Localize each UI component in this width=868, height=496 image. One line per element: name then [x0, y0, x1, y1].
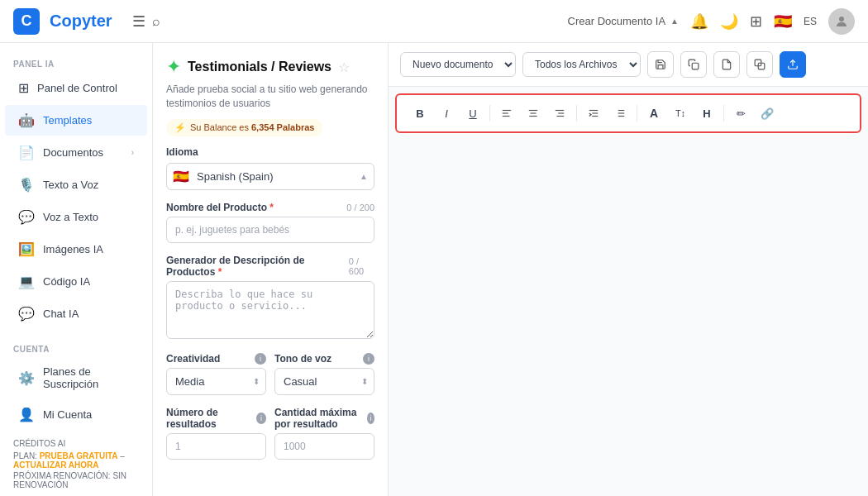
cantidad-field-row: Cantidad máxima por resultado i	[274, 407, 374, 430]
creatividad-select-wrapper: Media Alta Baja ⬍	[166, 368, 266, 395]
language-label: ES	[804, 16, 817, 27]
sidebar-item-mi-cuenta[interactable]: 👤 Mi Cuenta	[5, 399, 147, 430]
header: C Copyter ☰ ⌕ Crear Documento IA ▲ 🔔 🌙 ⊞…	[0, 0, 868, 43]
layout: PANEL IA ⊞ Panel de Control 🤖 Templates …	[0, 43, 868, 496]
format-align-left-button[interactable]	[495, 102, 518, 125]
nuevo-doc-select[interactable]: Nuevo documento	[400, 52, 516, 77]
num-resultados-input[interactable]	[166, 433, 266, 460]
template-header: ✦ Testimonials / Reviews ☆	[166, 56, 374, 78]
format-italic-button[interactable]: I	[435, 102, 458, 125]
idioma-select[interactable]: Spanish (Spain) English French	[166, 163, 374, 190]
balance-badge: ⚡ Su Balance es 6,354 Palabras	[166, 119, 322, 136]
grid-icon[interactable]: ⊞	[750, 12, 762, 31]
format-underline-button[interactable]: U	[461, 102, 484, 125]
texto-voz-icon: 🎙️	[18, 177, 35, 193]
crear-documento-button[interactable]: Crear Documento IA ▲	[568, 15, 679, 27]
mi-cuenta-icon: 👤	[18, 407, 35, 422]
descripcion-required-indicator: *	[218, 266, 222, 278]
format-font-color-button[interactable]: A	[642, 102, 665, 125]
sidebar-item-documentos[interactable]: 📄 Documentos ›	[5, 137, 147, 168]
producto-required-indicator: *	[269, 202, 274, 213]
svg-point-0	[839, 17, 844, 21]
form-panel: ✦ Testimonials / Reviews ☆ Añade prueba …	[153, 43, 389, 496]
templates-icon: 🤖	[18, 112, 35, 128]
favorite-icon[interactable]: ☆	[338, 60, 350, 75]
editor-icon-save[interactable]	[647, 51, 674, 78]
sidebar-item-label: Voz a Texto	[43, 211, 98, 223]
todos-archivos-select[interactable]: Todos los Archivos	[522, 52, 641, 77]
sidebar-item-templates[interactable]: 🤖 Templates	[5, 105, 147, 136]
editor-icon-copy[interactable]	[680, 51, 707, 78]
dark-mode-icon[interactable]: 🌙	[720, 12, 738, 31]
creatividad-field-row: Creatividad i	[166, 353, 266, 365]
num-cantidad-row: Número de resultados i Cantidad máxima p…	[166, 407, 374, 471]
sidebar-item-codigo-ia[interactable]: 💻 Código IA	[5, 266, 147, 297]
sidebar-item-chat-ia[interactable]: 💬 Chat IA	[5, 298, 147, 329]
cantidad-info-icon[interactable]: i	[367, 413, 374, 424]
prueba-gratuita-link[interactable]: PRUEBA GRATUITA	[40, 451, 118, 460]
format-align-center-button[interactable]	[522, 102, 545, 125]
voz-texto-icon: 💬	[18, 209, 35, 225]
num-resultados-info-icon[interactable]: i	[256, 413, 266, 424]
crear-doc-label: Crear Documento IA	[568, 15, 666, 27]
tono-label: Tono de voz	[274, 353, 331, 365]
header-right: Crear Documento IA ▲ 🔔 🌙 ⊞ 🇪🇸 ES	[568, 8, 855, 35]
sidebar-item-imagenes-ia[interactable]: 🖼️ Imágenes IA	[5, 234, 147, 265]
tono-select-wrapper: Casual Formal Amigable ⬍	[274, 368, 374, 395]
format-heading-button[interactable]: H	[695, 102, 718, 125]
descripcion-count: 0 / 600	[349, 256, 374, 276]
sidebar-item-planes[interactable]: ⚙️ Planes de Suscripción	[5, 358, 147, 398]
sidebar-item-voz-texto[interactable]: 💬 Voz a Texto	[5, 202, 147, 232]
format-toolbar: B I U	[395, 93, 861, 133]
sidebar-item-panel-control[interactable]: ⊞ Panel de Control	[5, 73, 147, 103]
descripcion-textarea[interactable]	[166, 281, 374, 339]
format-link-button[interactable]: 🔗	[756, 102, 779, 125]
notifications-icon[interactable]: 🔔	[690, 12, 708, 31]
sidebar-item-label: Panel de Control	[37, 82, 117, 94]
creatividad-select[interactable]: Media Alta Baja	[166, 368, 266, 395]
creatividad-label: Creatividad	[166, 353, 220, 365]
editor-icon-export[interactable]	[780, 51, 806, 78]
creatividad-group: Creatividad i Media Alta Baja ⬍	[166, 353, 266, 395]
editor-content[interactable]	[389, 140, 868, 496]
editor-panel: Nuevo documento Todos los Archivos	[389, 43, 868, 496]
creatividad-tono-row: Creatividad i Media Alta Baja ⬍ To	[166, 353, 374, 407]
sidebar-item-label: Templates	[43, 114, 92, 126]
idioma-label: Idioma	[166, 146, 374, 158]
descripcion-group: Generador de Descripción de Productos * …	[166, 255, 374, 341]
format-list-button[interactable]	[608, 102, 632, 125]
producto-label: Nombre del Producto *	[166, 202, 274, 213]
actualizar-link[interactable]: ACTUALIZAR AHORA	[13, 460, 99, 470]
sidebar-item-label: Texto a Voz	[43, 179, 98, 191]
template-star-icon: ✦	[166, 56, 181, 78]
format-align-right-button[interactable]	[548, 102, 571, 125]
editor-icon-doc[interactable]	[713, 51, 740, 78]
producto-input[interactable]	[166, 217, 374, 243]
tono-field-row: Tono de voz i	[274, 353, 374, 365]
sidebar-item-label: Chat IA	[43, 308, 79, 320]
search-icon[interactable]: ⌕	[152, 14, 160, 29]
cantidad-label: Cantidad máxima por resultado	[274, 407, 367, 430]
cantidad-input[interactable]	[274, 433, 374, 460]
creatividad-info-icon[interactable]: i	[255, 353, 266, 365]
menu-icon[interactable]: ☰	[132, 12, 145, 31]
format-font-size-button[interactable]: T↕	[669, 102, 692, 125]
sidebar-item-texto-voz[interactable]: 🎙️ Texto a Voz	[5, 169, 147, 200]
tono-group: Tono de voz i Casual Formal Amigable ⬍	[274, 353, 374, 395]
producto-count: 0 / 200	[346, 203, 374, 212]
bolt-icon: ⚡	[174, 122, 186, 133]
num-resultados-group: Número de resultados i	[166, 407, 266, 460]
format-indent-button[interactable]	[582, 102, 605, 125]
tono-info-icon[interactable]: i	[363, 353, 374, 365]
avatar[interactable]	[828, 8, 855, 35]
num-resultados-field-row: Número de resultados i	[166, 407, 266, 430]
sidebar-item-label: Imágenes IA	[43, 243, 103, 255]
tono-select[interactable]: Casual Formal Amigable	[274, 368, 374, 395]
format-bold-button[interactable]: B	[408, 102, 432, 125]
documentos-arrow-icon: ›	[131, 148, 134, 157]
sidebar-item-label: Mi Cuenta	[43, 408, 92, 421]
panel-control-icon: ⊞	[18, 80, 29, 96]
format-pen-button[interactable]: ✏	[729, 102, 752, 125]
editor-icon-duplicate[interactable]	[746, 51, 773, 78]
language-flag-icon: 🇪🇸	[774, 12, 792, 31]
